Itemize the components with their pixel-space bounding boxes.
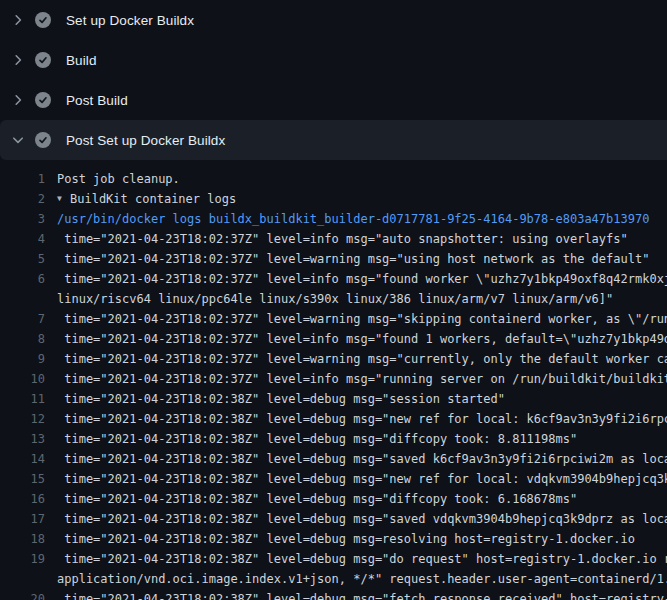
step-label: Post Build <box>66 93 128 108</box>
chevron-down-icon[interactable] <box>10 132 26 148</box>
log-line-number[interactable]: 13 <box>0 429 45 449</box>
log-viewer: 1 Post job cleanup. 2 ▼ BuildKit contain… <box>0 160 667 600</box>
log-line-text: time="2021-04-23T18:02:38Z" level=debug … <box>45 409 667 429</box>
log-line: 7 time="2021-04-23T18:02:37Z" level=warn… <box>0 309 667 329</box>
step-label: Post Set up Docker Buildx <box>66 133 225 148</box>
log-line-text: /usr/bin/docker logs buildx_buildkit_bui… <box>45 209 667 229</box>
log-line-number[interactable]: 3 <box>0 209 45 229</box>
step-header[interactable]: Set up Docker Buildx <box>0 0 667 40</box>
log-line-text: time="2021-04-23T18:02:38Z" level=debug … <box>45 589 667 600</box>
log-line: 8 time="2021-04-23T18:02:37Z" level=info… <box>0 329 667 349</box>
step-header[interactable]: Post Build <box>0 80 667 120</box>
log-line-text: BuildKit container logs <box>70 189 667 209</box>
log-line-text: application/vnd.oci.image.index.v1+json,… <box>45 569 667 589</box>
log-line-number[interactable]: 7 <box>0 309 45 329</box>
log-line: 20 time="2021-04-23T18:02:38Z" level=deb… <box>0 589 667 600</box>
log-line-text: time="2021-04-23T18:02:38Z" level=debug … <box>45 469 667 489</box>
check-circle-icon <box>35 92 51 108</box>
log-line-text: time="2021-04-23T18:02:37Z" level=warnin… <box>45 249 667 269</box>
log-line-number[interactable] <box>0 289 45 309</box>
log-line: 14 time="2021-04-23T18:02:38Z" level=deb… <box>0 449 667 469</box>
step-label: Set up Docker Buildx <box>66 13 194 28</box>
log-line-number[interactable]: 15 <box>0 469 45 489</box>
log-line: 13 time="2021-04-23T18:02:38Z" level=deb… <box>0 429 667 449</box>
step-header[interactable]: Post Set up Docker Buildx <box>0 120 667 160</box>
log-line: 17 time="2021-04-23T18:02:38Z" level=deb… <box>0 509 667 529</box>
log-line-text: time="2021-04-23T18:02:37Z" level=warnin… <box>45 349 667 369</box>
log-line: 19 time="2021-04-23T18:02:38Z" level=deb… <box>0 549 667 569</box>
log-line: 4 time="2021-04-23T18:02:37Z" level=info… <box>0 229 667 249</box>
log-line-text: time="2021-04-23T18:02:38Z" level=debug … <box>45 509 667 529</box>
log-line-number[interactable]: 19 <box>0 549 45 569</box>
log-line: 11 time="2021-04-23T18:02:38Z" level=deb… <box>0 389 667 409</box>
log-line-number[interactable]: 10 <box>0 369 45 389</box>
log-line-number[interactable]: 20 <box>0 589 45 600</box>
log-line-text: linux/riscv64 linux/ppc64le linux/s390x … <box>45 289 667 309</box>
log-line-number[interactable]: 2 <box>0 189 45 209</box>
triangle-down-icon[interactable]: ▼ <box>45 189 70 209</box>
log-line-number[interactable]: 18 <box>0 529 45 549</box>
log-line-text: time="2021-04-23T18:02:37Z" level=warnin… <box>45 309 667 329</box>
log-line-number[interactable]: 8 <box>0 329 45 349</box>
log-line: 6 time="2021-04-23T18:02:37Z" level=info… <box>0 269 667 289</box>
log-line-text: time="2021-04-23T18:02:38Z" level=debug … <box>45 549 667 569</box>
log-line: 3 /usr/bin/docker logs buildx_buildkit_b… <box>0 209 667 229</box>
log-line-number[interactable]: 16 <box>0 489 45 509</box>
log-line-text: time="2021-04-23T18:02:37Z" level=info m… <box>45 229 667 249</box>
log-line-number[interactable]: 6 <box>0 269 45 289</box>
log-line-text: time="2021-04-23T18:02:37Z" level=info m… <box>45 369 667 389</box>
log-line: 16 time="2021-04-23T18:02:38Z" level=deb… <box>0 489 667 509</box>
log-line-text: time="2021-04-23T18:02:38Z" level=debug … <box>45 389 667 409</box>
step-header[interactable]: Build <box>0 40 667 80</box>
log-line-text: time="2021-04-23T18:02:37Z" level=info m… <box>45 329 667 349</box>
log-line-number[interactable]: 5 <box>0 249 45 269</box>
check-circle-icon <box>35 12 51 28</box>
log-line-text: time="2021-04-23T18:02:37Z" level=info m… <box>45 269 667 289</box>
job-steps-list: Set up Docker Buildx Build Post Build <box>0 0 667 160</box>
log-line: linux/riscv64 linux/ppc64le linux/s390x … <box>0 289 667 309</box>
log-line: 15 time="2021-04-23T18:02:38Z" level=deb… <box>0 469 667 489</box>
check-circle-icon <box>35 52 51 68</box>
log-line: 1 Post job cleanup. <box>0 169 667 189</box>
log-line-number[interactable]: 1 <box>0 169 45 189</box>
log-line-text: time="2021-04-23T18:02:38Z" level=debug … <box>45 489 667 509</box>
log-line-number[interactable]: 12 <box>0 409 45 429</box>
log-line-number[interactable]: 4 <box>0 229 45 249</box>
log-line-text: Post job cleanup. <box>45 169 667 189</box>
log-line-text: time="2021-04-23T18:02:38Z" level=debug … <box>45 529 667 549</box>
chevron-right-icon[interactable] <box>10 92 26 108</box>
log-line-number[interactable]: 17 <box>0 509 45 529</box>
log-line: 2 ▼ BuildKit container logs <box>0 189 667 209</box>
chevron-right-icon[interactable] <box>10 52 26 68</box>
step-label: Build <box>66 53 97 68</box>
log-line: 10 time="2021-04-23T18:02:37Z" level=inf… <box>0 369 667 389</box>
log-line-number[interactable]: 14 <box>0 449 45 469</box>
log-line-number[interactable]: 11 <box>0 389 45 409</box>
log-line: 9 time="2021-04-23T18:02:37Z" level=warn… <box>0 349 667 369</box>
log-line-text: time="2021-04-23T18:02:38Z" level=debug … <box>45 449 667 469</box>
log-line: 5 time="2021-04-23T18:02:37Z" level=warn… <box>0 249 667 269</box>
log-line-number[interactable]: 9 <box>0 349 45 369</box>
log-line-text: time="2021-04-23T18:02:38Z" level=debug … <box>45 429 667 449</box>
chevron-right-icon[interactable] <box>10 12 26 28</box>
log-line: application/vnd.oci.image.index.v1+json,… <box>0 569 667 589</box>
check-circle-icon <box>35 132 51 148</box>
log-line-number[interactable] <box>0 569 45 589</box>
log-line: 12 time="2021-04-23T18:02:38Z" level=deb… <box>0 409 667 429</box>
log-line: 18 time="2021-04-23T18:02:38Z" level=deb… <box>0 529 667 549</box>
